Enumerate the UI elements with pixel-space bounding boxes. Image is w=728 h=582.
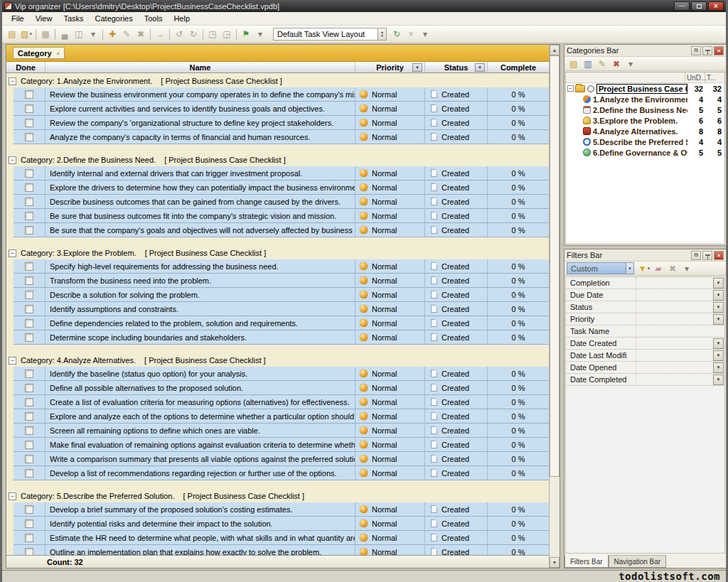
task-checkbox[interactable]	[25, 398, 33, 406]
task-checkbox[interactable]	[25, 441, 33, 449]
category-group-row[interactable]: −Category: 1.Analyze the Environment.[ P…	[6, 75, 549, 87]
filter-row[interactable]: Date Completed▼	[566, 374, 724, 386]
tree-category-row[interactable]: 1.Analyze the Environment.44	[566, 94, 724, 104]
filter-dropdown-button[interactable]: ▼	[713, 362, 724, 373]
task-checkbox[interactable]	[25, 455, 33, 463]
task-checkbox[interactable]	[25, 505, 33, 514]
toolbar-overflow-icon[interactable]: ▾	[86, 28, 100, 41]
panel-close-icon[interactable]: ×	[714, 46, 724, 55]
task-checkbox[interactable]	[25, 133, 33, 141]
collapse-icon[interactable]: −	[9, 357, 16, 365]
filter-value-field[interactable]	[636, 313, 713, 325]
task-checkbox[interactable]	[25, 319, 33, 328]
open-file-icon[interactable]: ▧▾	[19, 28, 33, 41]
copy-task-icon[interactable]: ◳	[205, 28, 220, 41]
column-header-complete[interactable]: Complete	[488, 62, 549, 72]
collapse-icon[interactable]: −	[9, 492, 16, 500]
menu-categories[interactable]: Categories	[90, 13, 139, 25]
filter-value-field[interactable]	[636, 289, 713, 301]
task-row[interactable]: Transform the business need into the pro…	[14, 274, 549, 288]
eraser-icon[interactable]: ▰	[651, 262, 665, 275]
tree-category-row[interactable]: 6.Define Governance & Over55	[566, 147, 724, 158]
panel-restore-icon[interactable]: ⧉	[691, 251, 701, 260]
column-header-name[interactable]: Name	[46, 62, 355, 72]
task-checkbox[interactable]	[25, 548, 33, 556]
layout-combo[interactable]: Default Task View Layout	[273, 28, 378, 41]
task-checkbox[interactable]	[25, 412, 33, 421]
scrollbar-track[interactable]	[550, 55, 560, 557]
filter-row[interactable]: Priority▼	[566, 313, 724, 325]
task-checkbox[interactable]	[25, 370, 33, 378]
scroll-down-icon[interactable]: ▼	[550, 557, 560, 568]
task-checkbox[interactable]	[25, 333, 33, 342]
task-checkbox[interactable]	[25, 534, 33, 542]
menu-view[interactable]: View	[30, 13, 58, 25]
collapse-icon[interactable]: −	[9, 156, 16, 164]
task-row[interactable]: Be sure that business outcomes fit into …	[14, 209, 549, 223]
filter-value-field[interactable]	[636, 374, 713, 385]
task-row[interactable]: Analyze the company's capacity in terms …	[14, 130, 549, 144]
group-by-category-button[interactable]: Category ▴	[13, 47, 65, 59]
scrollbar-thumb[interactable]	[550, 55, 560, 477]
status-filter-button[interactable]: ▼	[475, 63, 485, 72]
filter-row[interactable]: Completion▼	[566, 277, 724, 289]
filter-dropdown-button[interactable]: ▼	[713, 278, 724, 289]
filter-dropdown-button[interactable]: ▼	[713, 302, 724, 313]
menu-tools[interactable]: Tools	[139, 13, 168, 25]
filter-funnel-icon[interactable]: ▼▾	[637, 262, 651, 275]
filter-dropdown-button[interactable]: ▼	[713, 350, 724, 361]
scroll-up-icon[interactable]: ▲	[550, 45, 560, 55]
menu-file[interactable]: File	[6, 13, 30, 25]
task-row[interactable]: Define dependencies related to the probl…	[14, 316, 549, 330]
task-row[interactable]: Develop a brief summary of the proposed …	[14, 502, 549, 517]
filter-dropdown-button[interactable]: ▼	[713, 374, 724, 385]
new-item-icon[interactable]: ▤	[5, 28, 19, 41]
redo-icon[interactable]: ↻	[186, 28, 200, 41]
task-checkbox[interactable]	[25, 384, 33, 392]
filter-preset-combo[interactable]: Custom	[567, 262, 626, 274]
add-task-icon[interactable]: ✚	[105, 28, 119, 41]
task-row[interactable]: Explore current activities and services …	[14, 102, 549, 116]
tree-category-row[interactable]: 3.Explore the Problem.66	[566, 115, 724, 126]
task-checkbox[interactable]	[25, 426, 33, 435]
close-view-icon[interactable]: ×	[404, 28, 418, 41]
task-checkbox[interactable]	[25, 169, 33, 178]
task-checkbox[interactable]	[25, 90, 33, 99]
filter-row[interactable]: Task Name	[566, 325, 724, 338]
tree-category-row[interactable]: 2.Define the Business Need.55	[566, 104, 724, 115]
task-checkbox[interactable]	[25, 262, 33, 271]
paste-task-icon[interactable]: ◲	[220, 28, 234, 41]
filter-dropdown-button[interactable]: ▼	[713, 338, 724, 349]
filter-row[interactable]: Due Date▼	[566, 289, 724, 301]
filter-row[interactable]: Date Last Modifi▼	[566, 350, 724, 362]
task-row[interactable]: Identify the baseline (status quo option…	[14, 367, 549, 381]
new-subcategory-icon[interactable]: ▥	[581, 57, 595, 70]
task-row[interactable]: Make final evaluation of remaining optio…	[14, 438, 549, 452]
flag-icon[interactable]: ⚑	[239, 28, 253, 41]
task-checkbox[interactable]	[25, 469, 33, 478]
task-checkbox[interactable]	[25, 119, 33, 127]
edit-task-icon[interactable]: ✎	[119, 28, 134, 41]
task-row[interactable]: Specify high-level requirements for addr…	[14, 259, 549, 274]
pin-icon[interactable]	[702, 46, 712, 55]
close-button[interactable]: ×	[708, 1, 724, 11]
task-row[interactable]: Identify internal and external drivers t…	[14, 166, 549, 180]
duplicate-icon[interactable]: ▦	[38, 28, 53, 41]
task-row[interactable]: Screen all remaining options to define w…	[14, 424, 549, 438]
apply-view-icon[interactable]: ↻	[390, 28, 404, 41]
filter-row[interactable]: Status▼	[566, 301, 724, 313]
tree-category-row[interactable]: 5.Describe the Preferred Sol44	[566, 136, 724, 147]
task-row[interactable]: Identify assumptions and constraints.Nor…	[14, 302, 549, 316]
filter-value-field[interactable]	[636, 350, 713, 361]
tree-column-undone[interactable]: UnD...	[685, 72, 705, 82]
panel-close-icon[interactable]: ×	[714, 251, 724, 260]
clear-filter-icon[interactable]: ✖	[665, 262, 680, 275]
filter-value-field[interactable]	[636, 277, 713, 289]
new-category-icon[interactable]: ▤	[567, 57, 581, 70]
filter-value-field[interactable]	[636, 338, 713, 349]
task-row[interactable]: Describe a solution for solving the prob…	[14, 288, 549, 302]
task-row[interactable]: Create a list of evaluation criteria for…	[14, 395, 549, 409]
menu-help[interactable]: Help	[168, 13, 196, 25]
category-group-row[interactable]: −Category: 4.Analyze Alternatives.[ Proj…	[6, 354, 549, 367]
print-icon[interactable]: ▄	[58, 28, 72, 41]
